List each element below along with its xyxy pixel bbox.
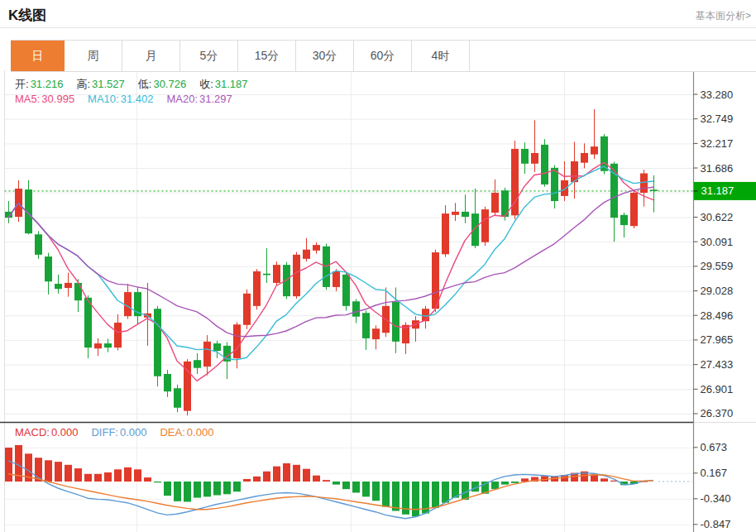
ma-item-value-1: 31.402 — [121, 93, 154, 105]
ohlc-item-label-2: 低: — [138, 78, 152, 90]
ma-item-0: MA5:30.995 — [15, 93, 74, 105]
price-tick-label-5: 30.091 — [701, 236, 734, 248]
price-tick-label-6: 29.559 — [701, 260, 734, 272]
ohlc-item-label-0: 开: — [15, 78, 29, 90]
macd-item-label-2: DEA: — [160, 426, 184, 439]
period-tab-1[interactable]: 周 — [65, 41, 122, 71]
ma-item-label-0: MA5: — [15, 93, 40, 105]
price-tick-label-4: 30.622 — [701, 211, 734, 223]
ohlc-item-value-0: 31.216 — [31, 78, 64, 90]
price-tick-label-12: 26.370 — [701, 407, 734, 419]
ma-item-1: MA10:31.402 — [88, 93, 153, 105]
price-tick-label-3: 31.686 — [701, 162, 734, 175]
period-tab-5[interactable]: 30分 — [296, 41, 354, 71]
period-tabbar: 日周月5分15分30分60分4时 — [11, 40, 756, 72]
price-tick-label-8: 28.496 — [701, 309, 734, 322]
ma20-line — [8, 187, 653, 336]
ohlc-item-3: 收:31.187 — [199, 77, 247, 92]
period-tab-3[interactable]: 5分 — [180, 41, 238, 71]
ohlc-item-value-3: 31.187 — [215, 78, 248, 90]
macd-tick-label-2: -0.340 — [701, 492, 731, 505]
ohlc-item-0: 开:31.216 — [15, 77, 63, 92]
macd-item-value-0: 0.000 — [51, 426, 79, 439]
fundamental-analysis-link[interactable]: 基本面分析> — [696, 9, 751, 23]
period-tab-6[interactable]: 60分 — [354, 41, 412, 71]
ohlc-item-value-1: 31.527 — [92, 78, 125, 90]
ma-item-value-2: 31.297 — [199, 93, 232, 105]
ohlc-item-2: 低:30.726 — [138, 77, 186, 92]
macd-item-label-1: DIFF: — [91, 426, 118, 439]
ma-item-2: MA20:31.297 — [166, 93, 232, 105]
macd-item-2: DEA:0.000 — [160, 426, 213, 439]
price-tick-label-7: 29.028 — [701, 285, 734, 297]
price-tick-label-10: 27.433 — [701, 358, 734, 371]
period-tab-2[interactable]: 月 — [122, 41, 180, 71]
page-title: K线图 — [8, 6, 46, 25]
price-tick-label-9: 27.965 — [701, 333, 734, 346]
ma-item-label-1: MA10: — [88, 93, 119, 105]
macd-tick-label-0: 0.673 — [701, 441, 728, 453]
candlesticks — [5, 109, 658, 415]
period-tab-4[interactable]: 15分 — [238, 41, 296, 71]
macd-item-value-1: 0.000 — [120, 426, 147, 439]
kline-page: 33.28032.74932.21731.68630.62230.09129.5… — [0, 0, 756, 532]
ohlc-item-1: 高:31.527 — [76, 77, 124, 92]
period-tab-7[interactable]: 4时 — [412, 41, 470, 71]
ma-legend: MA5:30.995MA10:31.402MA20:31.297 — [15, 93, 232, 105]
ohlc-legend: 开:31.216高:31.527低:30.726收:31.187 — [15, 77, 248, 92]
ma-item-label-2: MA20: — [166, 93, 198, 105]
macd-item-0: MACD:0.000 — [15, 426, 78, 439]
ohlc-item-label-1: 高: — [76, 78, 90, 90]
header-divider — [0, 27, 756, 28]
diff-line — [8, 461, 653, 519]
macd-legend: MACD:0.000DIFF:0.000DEA:0.000 — [15, 426, 213, 439]
macd-item-value-2: 0.000 — [187, 426, 214, 439]
macd-item-1: DIFF:0.000 — [91, 426, 146, 439]
price-tick-label-11: 26.901 — [701, 383, 734, 395]
macd-histogram — [5, 445, 648, 516]
tabbar-filler — [470, 41, 756, 71]
macd-tick-label-3: -0.847 — [701, 518, 731, 530]
ma-item-value-0: 30.995 — [41, 93, 74, 105]
ohlc-item-label-3: 收: — [199, 78, 213, 90]
macd-tick-label-1: 0.167 — [701, 467, 728, 479]
macd-item-label-0: MACD: — [15, 426, 50, 439]
price-tick-label-0: 33.280 — [701, 89, 734, 101]
price-tick-label-2: 32.217 — [701, 137, 734, 150]
period-tab-0[interactable]: 日 — [11, 41, 65, 71]
ohlc-item-value-2: 30.726 — [153, 78, 186, 90]
current-price-badge-text: 31.187 — [701, 185, 734, 197]
price-tick-label-1: 32.749 — [701, 113, 734, 125]
